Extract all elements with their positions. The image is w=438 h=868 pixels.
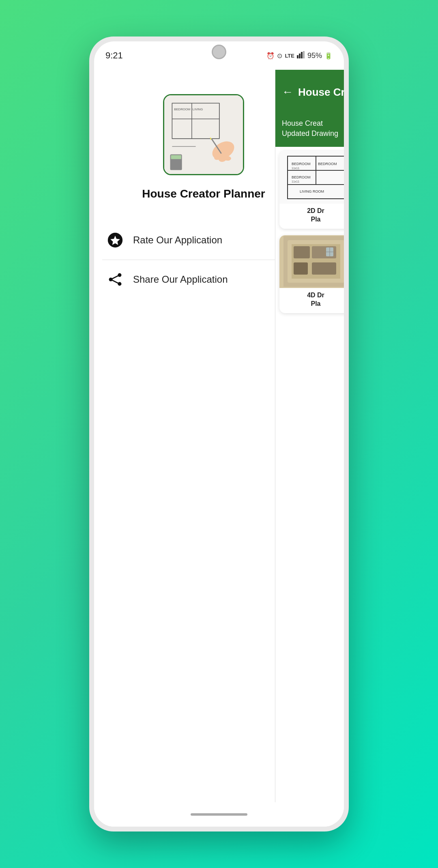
card-4d-label: 4D Dr Pla <box>279 288 344 308</box>
floorplan-2d-visual: BEDROOM 11x11 BEDROOM BEDROOM 11x11 LIVI… <box>279 151 344 204</box>
status-bar: 9:21 ⏰ ⊙ LTE 95% 🔋 <box>94 41 344 70</box>
svg-text:BEDROOM: BEDROOM <box>174 107 190 111</box>
app-logo-container: BEDROOM LIVING <box>163 94 244 175</box>
rate-label: Rate Our Application <box>133 234 222 246</box>
svg-rect-1 <box>299 54 301 58</box>
share-label: Share Our Application <box>133 274 228 285</box>
battery-icon: 🔋 <box>324 52 333 60</box>
card-2d-image: BEDROOM 11x11 BEDROOM BEDROOM 11x11 LIVI… <box>279 151 344 204</box>
lte-icon: LTE <box>285 53 294 59</box>
svg-line-28 <box>111 279 120 284</box>
card-list: BEDROOM 11x11 BEDROOM BEDROOM 11x11 LIVI… <box>275 147 344 317</box>
app-logo-image: BEDROOM LIVING <box>164 95 243 174</box>
svg-text:BEDROOM: BEDROOM <box>318 162 337 166</box>
location-icon: ⊙ <box>277 52 282 60</box>
svg-rect-0 <box>297 55 298 58</box>
svg-point-26 <box>109 277 113 281</box>
signal-icon <box>297 51 305 60</box>
status-time: 9:21 <box>105 50 123 61</box>
svg-text:BEDROOM: BEDROOM <box>292 162 311 166</box>
subtitle-line2: Updated Drawing <box>282 129 338 138</box>
phone-frame: 9:21 ⏰ ⊙ LTE 95% 🔋 <box>89 37 349 831</box>
svg-rect-2 <box>301 52 303 58</box>
alarm-icon: ⏰ <box>266 52 275 60</box>
logo-svg: BEDROOM LIVING <box>164 95 243 174</box>
battery-percent: 95% <box>307 52 322 60</box>
screen-content: BEDROOM LIVING <box>94 70 344 827</box>
svg-rect-21 <box>171 155 181 159</box>
card-4d[interactable]: 4D Dr Pla <box>279 235 344 313</box>
secondary-panel: ← House Creator House Creat Updated Draw… <box>275 70 344 827</box>
home-indicator <box>191 813 247 816</box>
subtitle-line1: House Creat <box>282 119 323 127</box>
secondary-subtitle: House Creat Updated Drawing <box>275 114 344 147</box>
svg-rect-45 <box>294 246 310 258</box>
svg-rect-47 <box>294 262 308 275</box>
secondary-subtitle-text: House Creat Updated Drawing <box>282 118 344 139</box>
secondary-title: House Creator <box>298 86 344 99</box>
bottom-nav <box>94 802 344 827</box>
card-2d[interactable]: BEDROOM 11x11 BEDROOM BEDROOM 11x11 LIVI… <box>279 151 344 229</box>
phone-inner: 9:21 ⏰ ⊙ LTE 95% 🔋 <box>94 41 344 827</box>
status-icons: ⏰ ⊙ LTE 95% 🔋 <box>266 51 333 60</box>
card-4d-image <box>279 235 344 288</box>
back-button[interactable]: ← <box>282 86 293 99</box>
share-icon <box>106 271 124 288</box>
svg-line-27 <box>111 275 120 279</box>
secondary-header: ← House Creator <box>275 70 344 114</box>
svg-text:BEDROOM: BEDROOM <box>292 175 311 179</box>
svg-text:11x11: 11x11 <box>292 180 299 183</box>
svg-rect-3 <box>303 51 305 58</box>
camera-notch <box>212 45 226 59</box>
svg-text:LIVING: LIVING <box>193 107 203 111</box>
svg-text:11x11: 11x11 <box>292 167 299 170</box>
star-icon <box>106 231 124 249</box>
svg-text:LIVING ROOM: LIVING ROOM <box>300 189 324 193</box>
share-menu-item[interactable]: Share Our Application <box>102 260 305 299</box>
app-title: House Creator Planner <box>142 187 265 200</box>
floorplan-4d-visual <box>279 235 344 288</box>
svg-rect-48 <box>312 262 336 275</box>
rate-menu-item[interactable]: Rate Our Application <box>102 221 305 260</box>
card-2d-label: 2D Dr Pla <box>279 204 344 224</box>
